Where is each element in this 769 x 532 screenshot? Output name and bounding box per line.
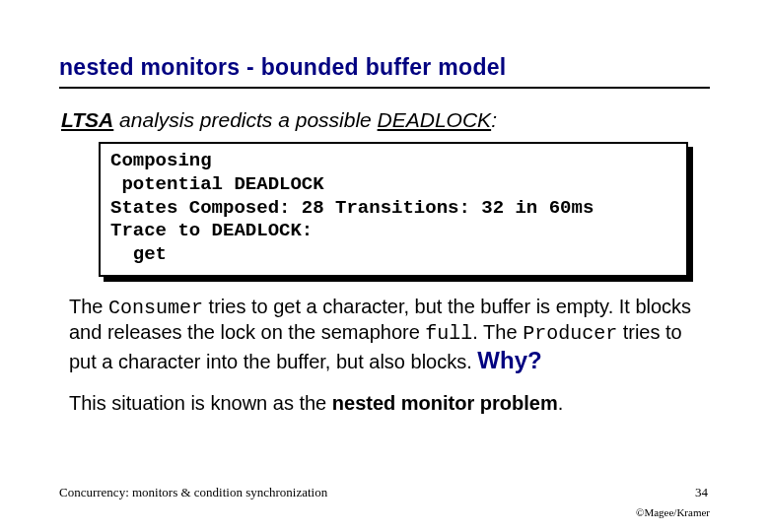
producer-code: Producer [523,322,617,345]
consumer-code: Consumer [108,297,203,319]
predict-after: : [491,108,497,131]
code-line-1: Composing [110,150,212,171]
footer-page-number: 34 [695,485,708,500]
slide-title: nested monitors - bounded buffer model [59,54,710,81]
code-output-box: Composing potential DEADLOCK States Comp… [99,142,688,277]
full-code: full [425,322,472,345]
ltsa-label: LTSA [61,108,113,131]
p2-t2: . [558,392,564,414]
predict-mid: analysis predicts a possible [113,108,377,131]
paragraph-1: The Consumer tries to get a character, b… [69,295,700,375]
deadlock-word: DEADLOCK [378,108,492,131]
p2-t1: This situation is known as the [69,392,332,414]
footer-chapter: Concurrency: monitors & condition synchr… [59,485,327,500]
code-line-2: potential DEADLOCK [110,173,324,195]
title-rule [59,87,710,89]
nested-monitor-problem: nested monitor problem [332,392,558,414]
p1-t1: The [69,296,108,317]
code-output: Composing potential DEADLOCK States Comp… [99,142,688,277]
code-line-3: States Composed: 28 Transitions: 32 in 6… [110,197,594,219]
p1-t3: . The [472,321,523,343]
slide: nested monitors - bounded buffer model L… [0,0,769,416]
code-line-5: get [110,243,167,265]
code-line-4: Trace to DEADLOCK: [110,220,313,241]
footer-copyright: ©Magee/Kramer [636,506,710,518]
paragraph-2: This situation is known as the nested mo… [69,391,700,416]
why-emphasis: Why? [477,347,541,373]
predict-line: LTSA analysis predicts a possible DEADLO… [61,108,710,132]
